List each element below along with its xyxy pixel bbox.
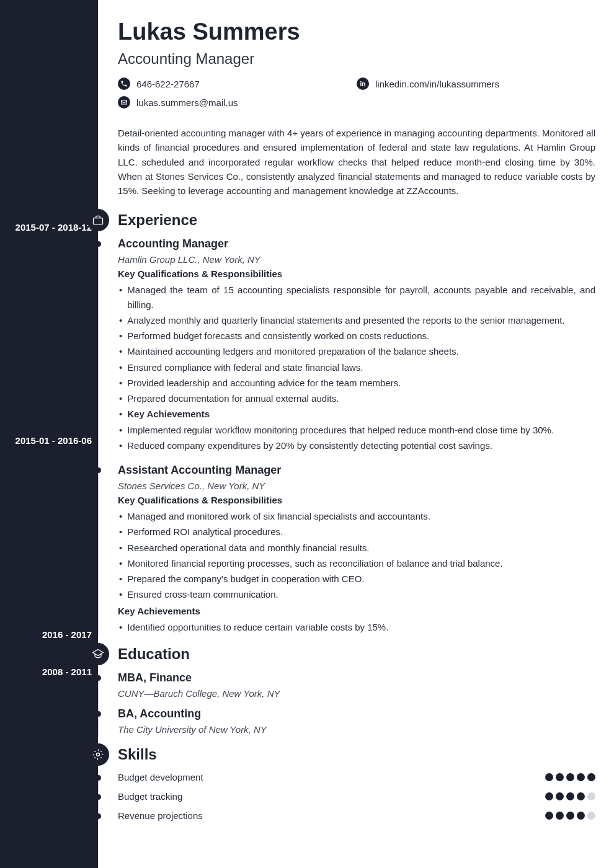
bullet-item: Identified opportunities to reduce certa… <box>118 620 595 634</box>
rating-pip <box>587 792 595 800</box>
rating-pip <box>566 812 574 820</box>
graduation-icon <box>87 643 109 665</box>
section-title: Skills <box>118 746 157 763</box>
entry-company: Stones Services Co., New York, NY <box>118 480 595 491</box>
education-entry: BA, Accounting The City University of Ne… <box>118 707 595 735</box>
timeline-line <box>98 676 99 735</box>
rating-pip <box>577 792 585 800</box>
bullet-item: Reduced company expenditures by 20% by c… <box>118 438 595 453</box>
experience-section: Experience Accounting Manager Hamlin Gro… <box>118 211 595 634</box>
bullet-item: Performed budget forecasts and consisten… <box>118 329 595 343</box>
phone-icon <box>118 78 130 90</box>
date-range: 2008 - 2011 <box>5 666 92 677</box>
skills-icon <box>87 743 109 766</box>
bullet-item: Performed ROI analytical procedures. <box>118 525 595 539</box>
briefcase-icon <box>87 209 109 231</box>
linkedin-icon: in <box>357 78 369 90</box>
skills-section: Skills Budget developmentBudget tracking… <box>118 746 595 821</box>
rating-pip <box>587 773 595 781</box>
section-title: Experience <box>118 211 197 229</box>
rating-pip <box>545 773 553 781</box>
skill-rating <box>545 773 595 781</box>
bullet-item: Maintained accounting ledgers and monito… <box>118 344 595 358</box>
timeline-dot <box>96 775 101 781</box>
education-section: Education MBA, Finance CUNY—Baruch Colle… <box>118 645 595 735</box>
entry-qual-label: Key Qualifications & Responsibilities <box>118 268 595 279</box>
email-icon <box>118 96 130 108</box>
bullet-item: Ensured cross-team communication. <box>118 587 595 601</box>
contact-block: 646-622-27667 in linkedin.com/in/lukassu… <box>118 78 595 115</box>
bullet-item: Monitored financial reporting processes,… <box>118 556 595 570</box>
education-entry: MBA, Finance CUNY—Baruch College, New Yo… <box>118 671 595 699</box>
rating-pip <box>566 773 574 781</box>
rating-pip <box>577 773 585 781</box>
rating-pip <box>556 792 564 800</box>
timeline-dot <box>96 711 101 717</box>
rating-pip <box>577 812 585 820</box>
sidebar: 2015-07 - 2018-12 2015-01 - 2016-06 2016… <box>0 0 98 868</box>
entry-school: CUNY—Baruch College, New York, NY <box>118 688 595 699</box>
date-range: 2015-07 - 2018-12 <box>5 222 92 232</box>
skill-rating <box>545 812 595 820</box>
skill-row: Budget tracking <box>118 791 595 802</box>
rating-pip <box>545 812 553 820</box>
skill-row: Revenue projections <box>118 810 595 821</box>
entry-degree: MBA, Finance <box>118 671 595 684</box>
rating-pip <box>545 792 553 800</box>
skill-row: Budget development <box>118 772 595 782</box>
bullet-item: Prepared the company's budget in coopera… <box>118 572 595 586</box>
entry-qual-label: Key Qualifications & Responsibilities <box>118 495 595 505</box>
bullet-item: Researched operational data and monthly … <box>118 541 595 555</box>
timeline-dot <box>96 467 101 473</box>
skill-rating <box>545 792 595 800</box>
date-range: 2016 - 2017 <box>5 629 92 640</box>
bullet-item: Ensured compliance with federal and stat… <box>118 360 595 374</box>
bullet-item: Managed and monitored work of six financ… <box>118 509 595 523</box>
timeline-dot <box>96 813 101 819</box>
timeline-dot <box>96 794 101 800</box>
phone-text: 646-622-27667 <box>136 79 200 89</box>
bullet-item: Provided leadership and accounting advic… <box>118 376 595 390</box>
entry-school: The City University of New York, NY <box>118 724 595 735</box>
rating-pip <box>566 792 574 800</box>
email-text: lukas.summers@mail.us <box>136 97 238 108</box>
bullet-item: Analyzed monthly and quarterly financial… <box>118 313 595 327</box>
rating-pip <box>587 812 595 820</box>
timeline-dot <box>96 675 101 681</box>
experience-entry: Assistant Accounting Manager Stones Serv… <box>118 464 595 634</box>
main-content: Lukas Summers Accounting Manager 646-622… <box>98 0 614 868</box>
timeline-line <box>98 242 99 634</box>
linkedin-text: linkedin.com/in/lukassummers <box>375 79 499 89</box>
entry-ach-label: Key Achievements <box>118 606 595 616</box>
summary-text: Detail-oriented accounting manager with … <box>118 126 595 198</box>
entry-role: Assistant Accounting Manager <box>118 464 595 477</box>
section-title: Education <box>118 645 190 663</box>
skill-name: Budget development <box>118 772 203 782</box>
timeline-dot <box>96 241 101 247</box>
bullet-item: Key Achievements <box>118 407 595 421</box>
job-title: Accounting Manager <box>118 50 595 68</box>
rating-pip <box>556 812 564 820</box>
svg-point-1 <box>97 753 100 756</box>
skill-name: Revenue projections <box>118 810 203 821</box>
skill-name: Budget tracking <box>118 791 182 802</box>
svg-rect-0 <box>94 218 103 224</box>
rating-pip <box>556 773 564 781</box>
experience-entry: Accounting Manager Hamlin Group LLC., Ne… <box>118 237 595 453</box>
date-range: 2015-01 - 2016-06 <box>5 435 92 446</box>
bullet-item: Prepared documentation for annual extern… <box>118 391 595 405</box>
entry-degree: BA, Accounting <box>118 707 595 720</box>
entry-role: Accounting Manager <box>118 237 595 250</box>
bullet-item: Implemented regular workflow monitoring … <box>118 423 595 437</box>
bullet-item: Managed the team of 15 accounting specia… <box>118 283 595 312</box>
entry-company: Hamlin Group LLC., New York, NY <box>118 254 595 265</box>
person-name: Lukas Summers <box>118 19 595 45</box>
